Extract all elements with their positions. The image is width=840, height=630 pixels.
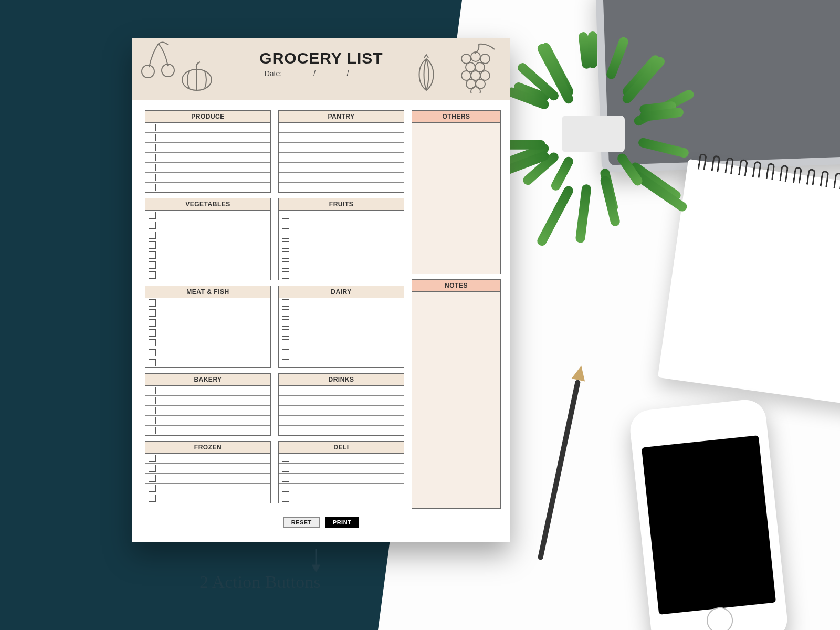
list-row[interactable] — [279, 240, 404, 250]
list-row[interactable] — [145, 386, 270, 396]
list-row[interactable] — [145, 358, 270, 368]
checkbox-icon[interactable] — [282, 174, 289, 181]
list-row[interactable] — [279, 474, 404, 484]
list-row[interactable] — [279, 318, 404, 328]
list-row[interactable] — [279, 464, 404, 474]
checkbox-icon[interactable] — [282, 427, 289, 434]
checkbox-icon[interactable] — [282, 251, 289, 259]
list-row[interactable] — [279, 270, 404, 280]
checkbox-icon[interactable] — [149, 174, 156, 181]
others-area[interactable] — [412, 123, 500, 274]
list-row[interactable] — [279, 230, 404, 240]
list-row[interactable] — [145, 318, 270, 328]
list-row[interactable] — [279, 298, 404, 308]
list-row[interactable] — [145, 270, 270, 280]
checkbox-icon[interactable] — [282, 319, 289, 327]
list-row[interactable] — [145, 211, 270, 220]
checkbox-icon[interactable] — [149, 134, 156, 141]
list-row[interactable] — [279, 143, 404, 153]
list-row[interactable] — [279, 348, 404, 358]
list-row[interactable] — [145, 220, 270, 230]
checkbox-icon[interactable] — [149, 299, 156, 307]
list-row[interactable] — [145, 123, 270, 133]
list-row[interactable] — [279, 250, 404, 260]
checkbox-icon[interactable] — [282, 299, 289, 307]
list-row[interactable] — [145, 230, 270, 240]
checkbox-icon[interactable] — [282, 184, 289, 191]
list-row[interactable] — [279, 358, 404, 368]
list-row[interactable] — [145, 133, 270, 143]
list-row[interactable] — [145, 406, 270, 416]
checkbox-icon[interactable] — [282, 212, 289, 219]
list-row[interactable] — [145, 484, 270, 494]
checkbox-icon[interactable] — [282, 359, 289, 366]
reset-button[interactable]: RESET — [284, 517, 320, 528]
checkbox-icon[interactable] — [282, 124, 289, 131]
checkbox-icon[interactable] — [282, 271, 289, 279]
checkbox-icon[interactable] — [282, 329, 289, 337]
checkbox-icon[interactable] — [282, 144, 289, 151]
checkbox-icon[interactable] — [149, 329, 156, 337]
list-row[interactable] — [145, 183, 270, 192]
date-blank[interactable] — [285, 69, 310, 76]
checkbox-icon[interactable] — [149, 271, 156, 279]
list-row[interactable] — [145, 328, 270, 338]
list-row[interactable] — [279, 133, 404, 143]
list-row[interactable] — [145, 338, 270, 348]
checkbox-icon[interactable] — [282, 309, 289, 317]
list-row[interactable] — [279, 396, 404, 406]
checkbox-icon[interactable] — [282, 475, 289, 482]
checkbox-icon[interactable] — [282, 495, 289, 502]
list-row[interactable] — [279, 338, 404, 348]
checkbox-icon[interactable] — [149, 455, 156, 462]
checkbox-icon[interactable] — [282, 455, 289, 462]
checkbox-icon[interactable] — [149, 309, 156, 317]
checkbox-icon[interactable] — [149, 495, 156, 502]
checkbox-icon[interactable] — [149, 349, 156, 356]
checkbox-icon[interactable] — [282, 349, 289, 356]
list-row[interactable] — [279, 153, 404, 163]
checkbox-icon[interactable] — [149, 427, 156, 434]
list-row[interactable] — [145, 396, 270, 406]
print-button[interactable]: PRINT — [325, 517, 360, 528]
checkbox-icon[interactable] — [149, 359, 156, 366]
list-row[interactable] — [145, 308, 270, 318]
checkbox-icon[interactable] — [149, 319, 156, 327]
date-blank[interactable] — [352, 69, 377, 76]
checkbox-icon[interactable] — [149, 184, 156, 191]
list-row[interactable] — [279, 328, 404, 338]
list-row[interactable] — [145, 416, 270, 426]
checkbox-icon[interactable] — [149, 251, 156, 259]
list-row[interactable] — [279, 416, 404, 426]
checkbox-icon[interactable] — [149, 387, 156, 394]
list-row[interactable] — [145, 464, 270, 474]
list-row[interactable] — [279, 163, 404, 173]
checkbox-icon[interactable] — [282, 465, 289, 472]
checkbox-icon[interactable] — [149, 212, 156, 219]
checkbox-icon[interactable] — [149, 485, 156, 492]
checkbox-icon[interactable] — [282, 397, 289, 404]
checkbox-icon[interactable] — [282, 417, 289, 424]
checkbox-icon[interactable] — [149, 475, 156, 482]
list-row[interactable] — [145, 250, 270, 260]
list-row[interactable] — [279, 426, 404, 435]
list-row[interactable] — [279, 220, 404, 230]
list-row[interactable] — [145, 474, 270, 484]
notes-area[interactable] — [412, 292, 500, 508]
checkbox-icon[interactable] — [149, 397, 156, 404]
checkbox-icon[interactable] — [282, 387, 289, 394]
date-blank[interactable] — [319, 69, 344, 76]
checkbox-icon[interactable] — [282, 222, 289, 229]
list-row[interactable] — [279, 123, 404, 133]
list-row[interactable] — [145, 153, 270, 163]
checkbox-icon[interactable] — [149, 232, 156, 239]
checkbox-icon[interactable] — [149, 465, 156, 472]
list-row[interactable] — [279, 386, 404, 396]
checkbox-icon[interactable] — [149, 164, 156, 171]
checkbox-icon[interactable] — [282, 485, 289, 492]
checkbox-icon[interactable] — [282, 134, 289, 141]
list-row[interactable] — [279, 454, 404, 464]
checkbox-icon[interactable] — [149, 144, 156, 151]
checkbox-icon[interactable] — [282, 407, 289, 414]
list-row[interactable] — [279, 406, 404, 416]
